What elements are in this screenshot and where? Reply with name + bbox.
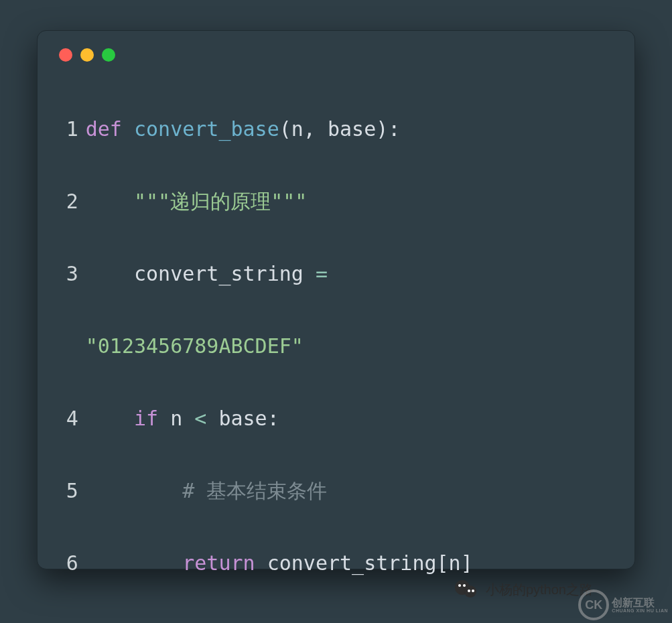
comment: # 基本结束条件 <box>182 479 327 502</box>
line-number: 6 <box>59 545 78 581</box>
footer-text: 小杨的python之路 <box>486 581 593 599</box>
line-number: 7 <box>59 618 78 623</box>
args: n, base <box>291 117 376 141</box>
code-window: 1def convert_base(n, base): 2 """递归的原理""… <box>37 30 635 569</box>
wechat-icon <box>455 577 479 602</box>
watermark-brand: 创新互联 <box>612 598 668 608</box>
line-number: 3 <box>59 256 78 292</box>
window-controls <box>59 48 613 62</box>
watermark-logo-icon: CK <box>578 590 609 620</box>
code-line: 5 # 基本结束条件 <box>59 473 613 509</box>
keyword-return: return <box>182 551 255 575</box>
line-number: 2 <box>59 184 78 220</box>
string-literal: "0123456789ABCDEF" <box>86 334 304 358</box>
minimize-icon[interactable] <box>80 48 94 62</box>
line-number: 5 <box>59 473 78 509</box>
code-block: 1def convert_base(n, base): 2 """递归的原理""… <box>59 75 613 623</box>
page-background: 1def convert_base(n, base): 2 """递归的原理""… <box>0 0 672 623</box>
keyword-def: def <box>86 117 122 141</box>
line-number <box>59 328 78 364</box>
code-line: 6 return convert_string[n] <box>59 545 613 581</box>
keyword-if: if <box>134 407 158 430</box>
identifier: convert_string <box>134 262 304 285</box>
code-line: 1def convert_base(n, base): <box>59 111 613 147</box>
docstring: """递归的原理""" <box>134 190 307 213</box>
code-line: "0123456789ABCDEF" <box>59 328 613 364</box>
watermark-pinyin: CHUANG XIN HU LIAN <box>612 608 668 613</box>
code-line: 3 convert_string = <box>59 256 613 292</box>
line-number: 1 <box>59 111 78 147</box>
code-line: 7 else: <box>59 618 613 623</box>
function-name: convert_base <box>134 117 279 141</box>
close-icon[interactable] <box>59 48 72 62</box>
footer: 小杨的python之路 <box>455 577 593 602</box>
code-line: 2 """递归的原理""" <box>59 184 613 220</box>
code-line: 4 if n < base: <box>59 401 613 437</box>
watermark: CK 创新互联 CHUANG XIN HU LIAN <box>578 590 668 620</box>
zoom-icon[interactable] <box>102 48 115 62</box>
line-number: 4 <box>59 401 78 437</box>
